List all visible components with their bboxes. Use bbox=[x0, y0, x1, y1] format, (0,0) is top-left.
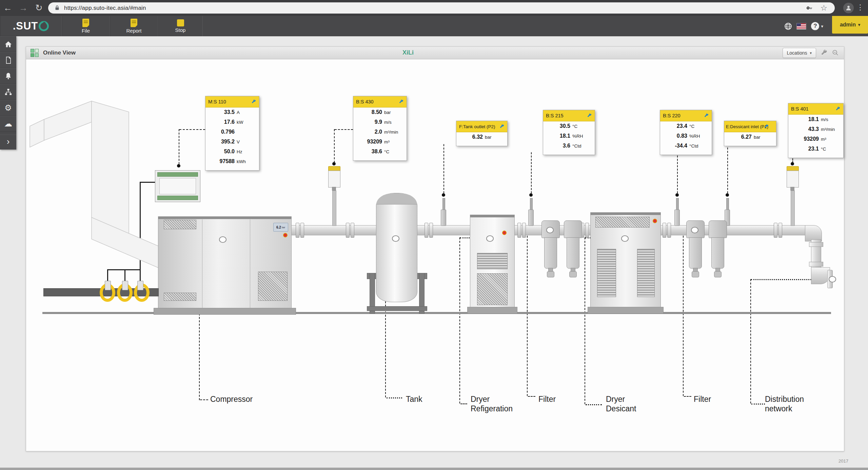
filter-bowl bbox=[711, 237, 724, 269]
dryer-refrigeration-cabinet bbox=[470, 215, 515, 308]
panel-face bbox=[159, 178, 196, 194]
bookmark-star-icon[interactable]: ☆ bbox=[820, 4, 827, 12]
vent-grille bbox=[477, 273, 508, 305]
display-unit: bar bbox=[282, 226, 285, 229]
help-button[interactable]: ? ▾ bbox=[811, 22, 823, 30]
pipe-flange bbox=[517, 223, 526, 237]
locations-dropdown[interactable]: Locations ▾ bbox=[783, 48, 816, 58]
dryer-desiccant-port bbox=[621, 235, 629, 242]
pressure-sensor-p2 bbox=[440, 198, 447, 226]
location-tag: XiLi bbox=[402, 49, 414, 56]
connector-line bbox=[727, 144, 728, 193]
sidebar-item-home[interactable] bbox=[0, 36, 16, 52]
sensor-band bbox=[790, 187, 794, 191]
us-flag-icon[interactable] bbox=[796, 23, 806, 30]
connector-dot bbox=[177, 164, 180, 168]
connector-line bbox=[443, 144, 444, 193]
power-meter-panel bbox=[155, 170, 200, 202]
zoom-out-icon[interactable] bbox=[832, 49, 839, 57]
sidebar-item-documents[interactable] bbox=[0, 52, 16, 68]
dryer-refrigeration-base bbox=[467, 307, 517, 314]
key-icon[interactable] bbox=[806, 4, 813, 12]
tank-port bbox=[392, 235, 399, 242]
browser-menu-icon[interactable]: ⋮ bbox=[856, 3, 864, 12]
pipe-flange bbox=[663, 223, 671, 237]
louver-column bbox=[597, 249, 616, 297]
air-tank bbox=[376, 193, 417, 302]
ct-clamp-connector bbox=[122, 281, 128, 290]
distribution-port bbox=[829, 276, 836, 282]
logo-section: .SUT bbox=[0, 16, 62, 36]
help-icon: ? bbox=[811, 22, 819, 30]
sensor-stem bbox=[332, 191, 336, 226]
status-indicator bbox=[653, 219, 657, 223]
display-value: 6.2 bbox=[276, 226, 281, 229]
back-icon[interactable]: ← bbox=[0, 3, 16, 13]
sidebar: ⚙ ☁ › bbox=[0, 36, 16, 150]
connector-line bbox=[677, 152, 678, 193]
sidebar-item-cloud[interactable]: ☁ bbox=[0, 116, 16, 132]
filter-drain-cap bbox=[692, 271, 699, 277]
page-title: Online View bbox=[43, 50, 76, 56]
bell-icon bbox=[4, 72, 12, 80]
stop-button[interactable]: Stop bbox=[158, 16, 203, 36]
dryer-desiccant-base bbox=[588, 307, 664, 314]
sidebar-item-settings[interactable]: ⚙ bbox=[0, 100, 16, 116]
forward-icon[interactable]: → bbox=[16, 3, 31, 13]
filter-drain-cap bbox=[714, 271, 722, 277]
pipe-flange bbox=[346, 223, 354, 237]
file-button[interactable]: File bbox=[62, 16, 110, 36]
compressor-port bbox=[219, 236, 226, 243]
connector-dot bbox=[675, 193, 679, 197]
filter-bowl bbox=[544, 237, 557, 269]
leader-line bbox=[751, 404, 765, 405]
filter-port bbox=[691, 227, 698, 233]
ct-clamp-connector bbox=[105, 281, 111, 290]
sidebar-expand-button[interactable]: › bbox=[0, 135, 16, 148]
wrench-icon[interactable] bbox=[820, 49, 828, 57]
stop-label: Stop bbox=[175, 27, 186, 33]
cabinet-seam bbox=[250, 219, 250, 308]
filter-port bbox=[546, 227, 554, 233]
connector-line bbox=[334, 129, 335, 163]
caret-down-icon: ▾ bbox=[810, 51, 812, 55]
dewpoint-sensor-s215 bbox=[528, 198, 534, 226]
pipe-collar bbox=[809, 242, 823, 247]
globe-icon[interactable] bbox=[784, 22, 792, 31]
admin-menu-button[interactable]: admin ▾ bbox=[832, 16, 868, 34]
leader-line bbox=[585, 237, 585, 404]
gauge-o-icon bbox=[39, 21, 49, 31]
flow-sensor-s430 bbox=[328, 166, 340, 225]
dryer-desiccant-cabinet bbox=[590, 212, 661, 308]
dryer-refrigeration-port bbox=[486, 235, 494, 242]
leader-line bbox=[586, 404, 602, 405]
url-text: https://app.suto-itec.asia/#main bbox=[64, 5, 146, 12]
sidebar-item-alarms[interactable] bbox=[0, 68, 16, 84]
report-button[interactable]: Report bbox=[110, 16, 158, 36]
sensor-body bbox=[328, 171, 340, 188]
leader-line bbox=[459, 237, 460, 404]
caret-down-icon: ▾ bbox=[858, 22, 860, 27]
connector-line bbox=[792, 156, 793, 163]
url-bar[interactable]: https://app.suto-itec.asia/#main ☆ bbox=[48, 2, 835, 14]
panel-terminal-strip bbox=[157, 172, 198, 177]
sensor-band bbox=[332, 187, 336, 191]
sidebar-item-sitemap[interactable] bbox=[0, 84, 16, 100]
pressure-display: 6.2 bar bbox=[273, 223, 288, 232]
file-icon bbox=[82, 19, 89, 27]
vent-grille bbox=[595, 217, 650, 228]
ct-clamp-connector bbox=[137, 281, 143, 290]
cabinet-top bbox=[470, 215, 514, 217]
profile-avatar-icon[interactable] bbox=[843, 3, 854, 13]
compressor-cabinet: 6.2 bar bbox=[158, 216, 292, 309]
home-icon bbox=[4, 40, 12, 48]
reload-icon[interactable]: ↻ bbox=[31, 3, 47, 13]
person-icon bbox=[845, 4, 852, 12]
vent-grille bbox=[164, 220, 196, 229]
connector-dot bbox=[529, 193, 533, 197]
vent-grille bbox=[258, 272, 288, 301]
status-indicator bbox=[502, 231, 507, 235]
filter-head bbox=[709, 220, 727, 238]
pipe-flange bbox=[774, 223, 782, 237]
pipe-flange bbox=[425, 223, 433, 237]
